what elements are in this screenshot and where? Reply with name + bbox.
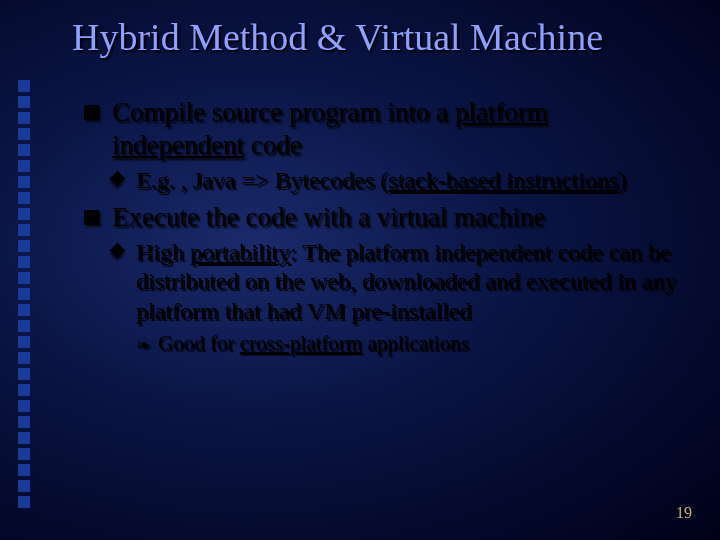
decorative-side-squares [18, 80, 32, 510]
diamond-bullet-icon [110, 171, 126, 187]
slide-body: Compile source program into a platform i… [84, 96, 686, 356]
bullet-text: E.g. , Java => Bytecodes ( [136, 167, 388, 193]
square-bullet-icon [84, 210, 99, 225]
bullet-text: Compile source program into a [112, 97, 455, 127]
square-bullet-icon [84, 105, 99, 120]
underlined-text: cross-platform [240, 331, 362, 355]
bullet-text: applications [362, 331, 469, 355]
slide-title: Hybrid Method & Virtual Machine [72, 18, 690, 58]
bullet-level2: E.g. , Java => Bytecodes (stack-based in… [112, 166, 686, 195]
bullet-text: Good for [158, 331, 240, 355]
bullet-level1: Compile source program into a platform i… [84, 96, 686, 162]
bullet-text: Execute the code with a virtual machine [112, 202, 545, 232]
bullet-text: ) [618, 167, 626, 193]
bullet-level1: Execute the code with a virtual machine [84, 201, 686, 234]
bullet-text: High [136, 239, 190, 265]
fleur-bullet-icon: ❧ [136, 334, 151, 357]
bullet-level2: High portability: The platform independe… [112, 238, 686, 326]
page-number: 19 [676, 504, 692, 522]
underlined-text: portability [190, 239, 290, 265]
underlined-text: stack-based instructions [388, 167, 618, 193]
bullet-level3: ❧ Good for cross-platform applications [136, 330, 686, 356]
diamond-bullet-icon [110, 243, 126, 259]
bullet-text: code [244, 130, 302, 160]
